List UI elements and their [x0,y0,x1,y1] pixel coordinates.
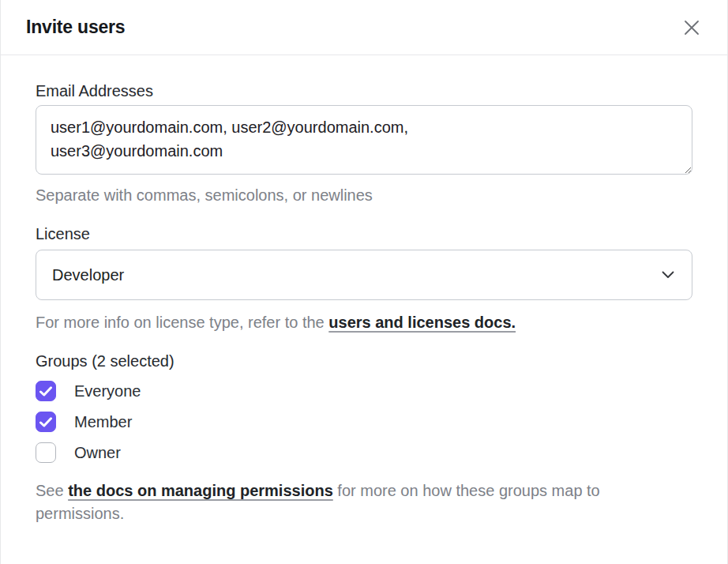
license-select[interactable]: Developer [36,250,692,300]
email-help-text: Separate with commas, semicolons, or new… [36,184,692,207]
groups-label: Groups (2 selected) [36,352,692,370]
email-addresses-input[interactable]: user1@yourdomain.com, user2@yourdomain.c… [36,105,692,175]
license-selected-value: Developer [52,266,124,284]
group-option-member[interactable]: Member [36,412,692,432]
license-label: License [36,224,692,243]
checkbox-everyone[interactable] [36,381,56,401]
x-icon [682,18,701,37]
email-addresses-label: Email Addresses [36,81,692,100]
chevron-down-icon [662,271,674,279]
managing-permissions-docs-link[interactable]: the docs on managing permissions [68,482,333,499]
checkbox-member[interactable] [36,412,56,432]
license-help-prefix: For more info on license type, refer to … [36,314,328,331]
group-option-owner[interactable]: Owner [36,442,692,463]
checkbox-label-member: Member [74,412,132,432]
checkbox-label-everyone: Everyone [74,381,141,401]
check-icon [39,417,52,427]
invite-users-modal: Invite users Email Addresses user1@yourd… [0,0,728,564]
users-licenses-docs-link[interactable]: users and licenses docs. [328,314,516,331]
close-button[interactable] [680,16,704,39]
modal-title: Invite users [26,17,125,38]
checkbox-label-owner: Owner [74,442,121,463]
groups-help-prefix: See [36,482,68,499]
modal-body: Email Addresses user1@yourdomain.com, us… [1,55,727,525]
license-help-text: For more info on license type, refer to … [36,311,692,334]
check-icon [39,386,52,397]
modal-header: Invite users [1,0,727,55]
checkbox-owner[interactable] [36,442,56,463]
groups-checkbox-list: Everyone Member [36,381,692,463]
groups-help-text: See the docs on managing permissions for… [36,479,692,525]
group-option-everyone[interactable]: Everyone [36,381,692,401]
